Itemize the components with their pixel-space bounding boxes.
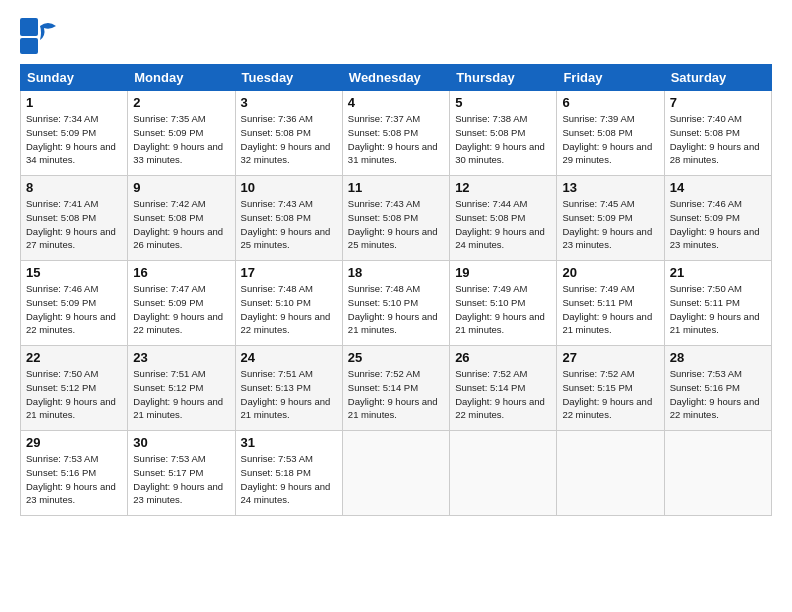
calendar-cell: 23Sunrise: 7:51 AMSunset: 5:12 PMDayligh… (128, 346, 235, 431)
day-number: 28 (670, 350, 766, 365)
day-number: 11 (348, 180, 444, 195)
weekday-header-wednesday: Wednesday (342, 65, 449, 91)
calendar-cell: 18Sunrise: 7:48 AMSunset: 5:10 PMDayligh… (342, 261, 449, 346)
day-number: 19 (455, 265, 551, 280)
day-number: 31 (241, 435, 337, 450)
day-info: Sunrise: 7:49 AMSunset: 5:10 PMDaylight:… (455, 282, 551, 337)
header (20, 18, 772, 54)
day-number: 29 (26, 435, 122, 450)
calendar-cell: 15Sunrise: 7:46 AMSunset: 5:09 PMDayligh… (21, 261, 128, 346)
day-number: 2 (133, 95, 229, 110)
day-info: Sunrise: 7:47 AMSunset: 5:09 PMDaylight:… (133, 282, 229, 337)
calendar-cell (557, 431, 664, 516)
day-number: 18 (348, 265, 444, 280)
day-info: Sunrise: 7:50 AMSunset: 5:12 PMDaylight:… (26, 367, 122, 422)
logo-content (20, 18, 59, 54)
day-number: 12 (455, 180, 551, 195)
day-info: Sunrise: 7:35 AMSunset: 5:09 PMDaylight:… (133, 112, 229, 167)
day-info: Sunrise: 7:53 AMSunset: 5:18 PMDaylight:… (241, 452, 337, 507)
calendar-cell: 1Sunrise: 7:34 AMSunset: 5:09 PMDaylight… (21, 91, 128, 176)
calendar-week-3: 15Sunrise: 7:46 AMSunset: 5:09 PMDayligh… (21, 261, 772, 346)
day-number: 20 (562, 265, 658, 280)
logo (20, 18, 59, 54)
weekday-header-thursday: Thursday (450, 65, 557, 91)
day-info: Sunrise: 7:39 AMSunset: 5:08 PMDaylight:… (562, 112, 658, 167)
day-number: 16 (133, 265, 229, 280)
calendar-cell: 19Sunrise: 7:49 AMSunset: 5:10 PMDayligh… (450, 261, 557, 346)
calendar-cell: 3Sunrise: 7:36 AMSunset: 5:08 PMDaylight… (235, 91, 342, 176)
calendar-cell (664, 431, 771, 516)
day-info: Sunrise: 7:49 AMSunset: 5:11 PMDaylight:… (562, 282, 658, 337)
day-info: Sunrise: 7:38 AMSunset: 5:08 PMDaylight:… (455, 112, 551, 167)
day-info: Sunrise: 7:51 AMSunset: 5:13 PMDaylight:… (241, 367, 337, 422)
logo-icon (20, 18, 56, 54)
calendar-cell: 5Sunrise: 7:38 AMSunset: 5:08 PMDaylight… (450, 91, 557, 176)
day-info: Sunrise: 7:42 AMSunset: 5:08 PMDaylight:… (133, 197, 229, 252)
calendar-cell: 2Sunrise: 7:35 AMSunset: 5:09 PMDaylight… (128, 91, 235, 176)
calendar-cell: 26Sunrise: 7:52 AMSunset: 5:14 PMDayligh… (450, 346, 557, 431)
calendar-cell: 22Sunrise: 7:50 AMSunset: 5:12 PMDayligh… (21, 346, 128, 431)
svg-rect-0 (20, 18, 38, 36)
day-info: Sunrise: 7:43 AMSunset: 5:08 PMDaylight:… (348, 197, 444, 252)
day-info: Sunrise: 7:46 AMSunset: 5:09 PMDaylight:… (670, 197, 766, 252)
day-number: 21 (670, 265, 766, 280)
calendar-cell: 14Sunrise: 7:46 AMSunset: 5:09 PMDayligh… (664, 176, 771, 261)
weekday-header-friday: Friday (557, 65, 664, 91)
day-info: Sunrise: 7:37 AMSunset: 5:08 PMDaylight:… (348, 112, 444, 167)
day-number: 7 (670, 95, 766, 110)
calendar-cell: 11Sunrise: 7:43 AMSunset: 5:08 PMDayligh… (342, 176, 449, 261)
day-number: 14 (670, 180, 766, 195)
day-info: Sunrise: 7:52 AMSunset: 5:14 PMDaylight:… (455, 367, 551, 422)
day-info: Sunrise: 7:43 AMSunset: 5:08 PMDaylight:… (241, 197, 337, 252)
day-info: Sunrise: 7:53 AMSunset: 5:16 PMDaylight:… (26, 452, 122, 507)
calendar-cell: 6Sunrise: 7:39 AMSunset: 5:08 PMDaylight… (557, 91, 664, 176)
calendar-cell: 9Sunrise: 7:42 AMSunset: 5:08 PMDaylight… (128, 176, 235, 261)
calendar-week-4: 22Sunrise: 7:50 AMSunset: 5:12 PMDayligh… (21, 346, 772, 431)
calendar-cell: 8Sunrise: 7:41 AMSunset: 5:08 PMDaylight… (21, 176, 128, 261)
weekday-header-monday: Monday (128, 65, 235, 91)
day-number: 4 (348, 95, 444, 110)
calendar-week-5: 29Sunrise: 7:53 AMSunset: 5:16 PMDayligh… (21, 431, 772, 516)
day-info: Sunrise: 7:51 AMSunset: 5:12 PMDaylight:… (133, 367, 229, 422)
calendar-cell: 21Sunrise: 7:50 AMSunset: 5:11 PMDayligh… (664, 261, 771, 346)
calendar-cell: 20Sunrise: 7:49 AMSunset: 5:11 PMDayligh… (557, 261, 664, 346)
calendar-cell: 4Sunrise: 7:37 AMSunset: 5:08 PMDaylight… (342, 91, 449, 176)
day-number: 13 (562, 180, 658, 195)
calendar-page: SundayMondayTuesdayWednesdayThursdayFrid… (0, 0, 792, 612)
day-number: 3 (241, 95, 337, 110)
weekday-header-row: SundayMondayTuesdayWednesdayThursdayFrid… (21, 65, 772, 91)
day-info: Sunrise: 7:40 AMSunset: 5:08 PMDaylight:… (670, 112, 766, 167)
calendar-cell: 17Sunrise: 7:48 AMSunset: 5:10 PMDayligh… (235, 261, 342, 346)
day-info: Sunrise: 7:53 AMSunset: 5:16 PMDaylight:… (670, 367, 766, 422)
day-info: Sunrise: 7:52 AMSunset: 5:15 PMDaylight:… (562, 367, 658, 422)
calendar-cell (342, 431, 449, 516)
day-info: Sunrise: 7:53 AMSunset: 5:17 PMDaylight:… (133, 452, 229, 507)
weekday-header-saturday: Saturday (664, 65, 771, 91)
calendar-table: SundayMondayTuesdayWednesdayThursdayFrid… (20, 64, 772, 516)
day-number: 9 (133, 180, 229, 195)
calendar-cell: 30Sunrise: 7:53 AMSunset: 5:17 PMDayligh… (128, 431, 235, 516)
day-number: 30 (133, 435, 229, 450)
calendar-cell: 31Sunrise: 7:53 AMSunset: 5:18 PMDayligh… (235, 431, 342, 516)
calendar-cell: 27Sunrise: 7:52 AMSunset: 5:15 PMDayligh… (557, 346, 664, 431)
svg-rect-1 (20, 38, 38, 54)
day-number: 24 (241, 350, 337, 365)
calendar-week-2: 8Sunrise: 7:41 AMSunset: 5:08 PMDaylight… (21, 176, 772, 261)
day-number: 5 (455, 95, 551, 110)
calendar-week-1: 1Sunrise: 7:34 AMSunset: 5:09 PMDaylight… (21, 91, 772, 176)
day-number: 8 (26, 180, 122, 195)
day-number: 10 (241, 180, 337, 195)
calendar-cell (450, 431, 557, 516)
day-info: Sunrise: 7:46 AMSunset: 5:09 PMDaylight:… (26, 282, 122, 337)
day-info: Sunrise: 7:41 AMSunset: 5:08 PMDaylight:… (26, 197, 122, 252)
day-number: 15 (26, 265, 122, 280)
day-info: Sunrise: 7:50 AMSunset: 5:11 PMDaylight:… (670, 282, 766, 337)
weekday-header-tuesday: Tuesday (235, 65, 342, 91)
calendar-cell: 24Sunrise: 7:51 AMSunset: 5:13 PMDayligh… (235, 346, 342, 431)
day-number: 27 (562, 350, 658, 365)
day-number: 23 (133, 350, 229, 365)
day-number: 6 (562, 95, 658, 110)
calendar-cell: 7Sunrise: 7:40 AMSunset: 5:08 PMDaylight… (664, 91, 771, 176)
day-info: Sunrise: 7:34 AMSunset: 5:09 PMDaylight:… (26, 112, 122, 167)
day-number: 26 (455, 350, 551, 365)
